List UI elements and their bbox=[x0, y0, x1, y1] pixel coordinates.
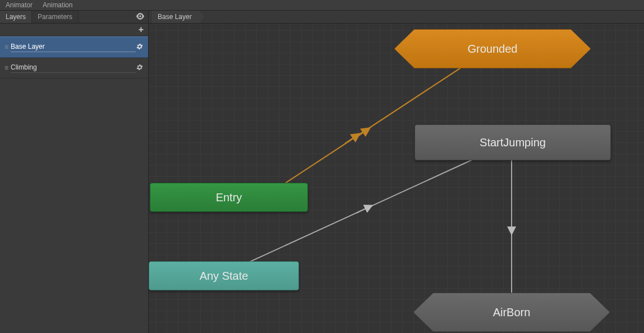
svg-line-3 bbox=[355, 130, 367, 138]
state-label: StartJumping bbox=[480, 136, 546, 149]
breadcrumb[interactable]: Base Layer bbox=[152, 11, 200, 23]
header-row: Layers Parameters Base Layer bbox=[0, 11, 644, 24]
layer-name: Base Layer bbox=[11, 43, 136, 52]
state-label: Entry bbox=[216, 191, 242, 204]
state-node-entry[interactable]: Entry bbox=[150, 183, 308, 212]
top-tab-bar: Animator Animation bbox=[0, 0, 644, 11]
visibility-icon[interactable] bbox=[136, 13, 145, 21]
parameters-panel-tab[interactable]: Parameters bbox=[32, 11, 79, 23]
gear-icon[interactable] bbox=[136, 43, 144, 52]
state-node-airborn[interactable]: AirBorn bbox=[413, 293, 610, 332]
animator-tab[interactable]: Animator bbox=[6, 1, 33, 9]
svg-point-0 bbox=[139, 15, 141, 17]
state-node-anystate[interactable]: Any State bbox=[149, 261, 299, 290]
layers-sidebar: + ≡ Base Layer ≡ Climbing bbox=[0, 24, 149, 333]
gear-icon[interactable] bbox=[136, 63, 144, 73]
state-node-grounded[interactable]: Grounded bbox=[394, 29, 591, 68]
drag-handle-icon[interactable]: ≡ bbox=[4, 43, 7, 51]
state-label: AirBorn bbox=[493, 306, 531, 319]
drag-handle-icon[interactable]: ≡ bbox=[4, 64, 7, 72]
svg-line-2 bbox=[345, 136, 357, 144]
svg-line-5 bbox=[356, 207, 369, 213]
layer-name: Climbing bbox=[11, 63, 136, 73]
state-label: Any State bbox=[200, 270, 249, 283]
svg-line-1 bbox=[264, 49, 490, 197]
state-node-startjumping[interactable]: StartJumping bbox=[415, 124, 611, 160]
add-layer-button[interactable]: + bbox=[139, 25, 144, 35]
layer-row-climbing[interactable]: ≡ Climbing bbox=[0, 58, 148, 78]
animation-tab[interactable]: Animation bbox=[43, 1, 72, 9]
animator-graph-canvas[interactable]: Grounded StartJumping Entry Any State Ai… bbox=[149, 24, 644, 333]
layer-row-base-layer[interactable]: ≡ Base Layer bbox=[0, 36, 148, 58]
layers-panel-tab[interactable]: Layers bbox=[0, 11, 32, 23]
state-label: Grounded bbox=[468, 43, 518, 55]
